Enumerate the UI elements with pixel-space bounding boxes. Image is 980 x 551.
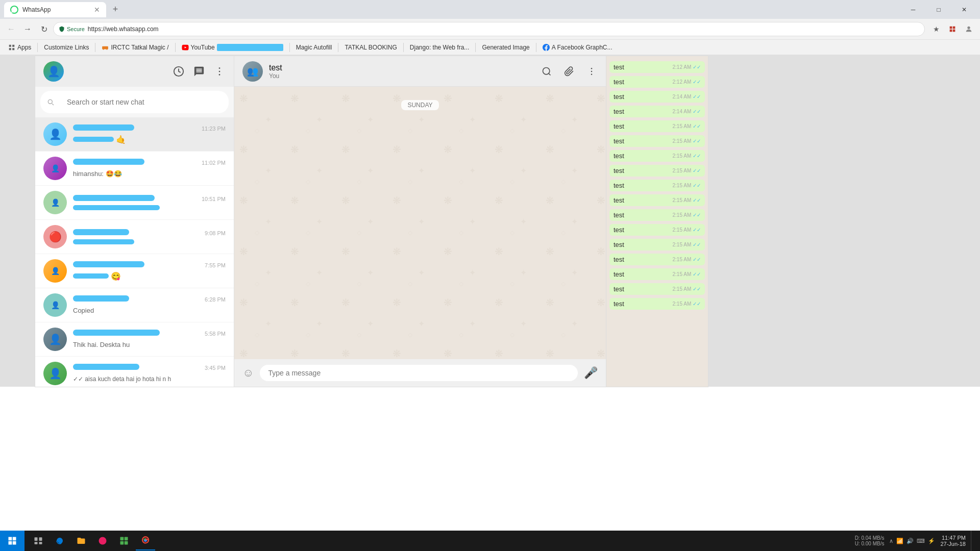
list-item[interactable]: 👤 3:45 PM ✓✓ aisa kuch deta hai jo hota … bbox=[35, 357, 234, 387]
message-bubble: test2:15 AM ✓✓ bbox=[609, 135, 705, 147]
svg-point-11 bbox=[107, 48, 108, 49]
bookmark-magic-autofill[interactable]: Magic Autofill bbox=[292, 42, 336, 53]
close-button[interactable]: ✕ bbox=[952, 0, 976, 19]
message-input[interactable] bbox=[260, 365, 578, 381]
message-bubble: test2:12 AM ✓✓ bbox=[609, 76, 705, 88]
search-input[interactable] bbox=[59, 94, 223, 110]
message-bubble: test2:15 AM ✓✓ bbox=[609, 209, 705, 221]
chat-time: 9:08 PM bbox=[205, 230, 226, 236]
start-button[interactable] bbox=[0, 531, 24, 551]
bookmark-customize[interactable]: Customize Links bbox=[40, 42, 93, 53]
chat-emoji: 🤙 bbox=[116, 135, 126, 144]
user-avatar[interactable]: 👤 bbox=[43, 61, 64, 82]
chat-msg-blur bbox=[73, 137, 114, 142]
up-arrow-icon: ∧ bbox=[889, 538, 893, 544]
address-bar-row: ← → ↻ Secure https://web.whatsapp.com ★ bbox=[0, 19, 980, 39]
list-item[interactable]: 🔴 9:08 PM bbox=[35, 220, 234, 254]
new-tab-button[interactable]: + bbox=[108, 3, 122, 17]
chat-info: 5:58 PM Thik hai. Deskta hu bbox=[73, 330, 226, 349]
message-bubble: test2:15 AM ✓✓ bbox=[609, 224, 705, 236]
chat-search-icon[interactable] bbox=[541, 65, 553, 78]
header-actions bbox=[173, 65, 226, 78]
chat-menu-icon[interactable] bbox=[585, 65, 598, 78]
sidebar: 👤 bbox=[35, 56, 234, 387]
chat-avatar: 🔴 bbox=[43, 225, 67, 248]
bookmark-django[interactable]: Django: the Web fra... bbox=[406, 42, 474, 53]
volume-icon: 🔊 bbox=[906, 538, 914, 544]
sep1 bbox=[37, 43, 38, 52]
whatsapp-app: 👤 bbox=[35, 56, 708, 387]
mic-button[interactable]: 🎤 bbox=[584, 366, 598, 380]
list-item[interactable]: 👤 5:58 PM Thik hai. Deskta hu bbox=[35, 322, 234, 357]
list-item[interactable]: 👤 6:28 PM Copied bbox=[35, 288, 234, 322]
svg-point-16 bbox=[543, 67, 550, 74]
address-text: https://web.whatsapp.com bbox=[88, 26, 159, 33]
svg-rect-6 bbox=[12, 44, 14, 46]
profile-icon[interactable] bbox=[962, 22, 976, 36]
extensions-icon[interactable] bbox=[945, 22, 960, 36]
message-bubble: test2:14 AM ✓✓ bbox=[609, 91, 705, 103]
status-icon[interactable] bbox=[173, 65, 185, 78]
message-bubble: test2:15 AM ✓✓ bbox=[609, 120, 705, 132]
chat-avatar: 👤 bbox=[43, 122, 67, 146]
list-item[interactable]: 👤 11:23 PM 🤙 bbox=[35, 117, 234, 152]
chat-contact-name: test bbox=[269, 63, 541, 72]
bookmark-star[interactable]: ★ bbox=[929, 22, 943, 36]
chat-header: 👥 test You bbox=[234, 56, 606, 87]
day-label: SUNDAY bbox=[242, 100, 598, 110]
back-button[interactable]: ← bbox=[4, 22, 18, 36]
maximize-button[interactable]: □ bbox=[927, 0, 950, 19]
bookmark-tatkal[interactable]: TATKAL BOOKING bbox=[340, 42, 401, 53]
taskbar-item-chrome[interactable] bbox=[136, 531, 155, 550]
forward-button[interactable]: → bbox=[20, 22, 35, 36]
taskbar-item-paint[interactable] bbox=[93, 531, 112, 550]
chat-name-blur bbox=[73, 295, 129, 302]
bookmark-apps[interactable]: Apps bbox=[4, 42, 35, 53]
list-item[interactable]: 👤 11:02 PM himanshu: 🤩😂 bbox=[35, 152, 234, 186]
taskbar-right: D: 0.04 MB/sU: 0.00 MB/s ∧ 📶 🔊 ⌨ ⚡ 11:47… bbox=[855, 531, 980, 551]
show-desktop-button[interactable] bbox=[971, 531, 974, 551]
bookmark-youtube[interactable]: YouTube bbox=[178, 42, 287, 53]
chat-avatar: 👤 bbox=[43, 191, 67, 214]
chat-time: 11:02 PM bbox=[202, 160, 226, 166]
reload-button[interactable]: ↻ bbox=[37, 22, 51, 36]
day-badge: SUNDAY bbox=[401, 100, 438, 110]
chat-time: 10:51 PM bbox=[202, 196, 226, 202]
taskbar-item-edge[interactable] bbox=[50, 531, 69, 550]
chat-header-actions bbox=[541, 65, 598, 78]
tab-close-btn[interactable]: ✕ bbox=[94, 6, 100, 14]
svg-point-14 bbox=[219, 71, 220, 72]
chat-info: 11:02 PM himanshu: 🤩😂 bbox=[73, 159, 226, 178]
taskbar-items bbox=[24, 531, 159, 550]
list-item[interactable]: 👤 10:51 PM bbox=[35, 186, 234, 220]
whatsapp-tab[interactable]: WhatsApp ✕ bbox=[4, 2, 106, 17]
minimize-button[interactable]: ─ bbox=[901, 0, 925, 19]
emoji-button[interactable]: ☺ bbox=[242, 366, 254, 380]
svg-rect-25 bbox=[9, 537, 12, 541]
secure-label: Secure bbox=[67, 26, 85, 32]
svg-rect-35 bbox=[125, 537, 128, 541]
chat-header-avatar: 👥 bbox=[242, 61, 263, 82]
bookmark-facebook[interactable]: A Facebook GraphC... bbox=[538, 42, 617, 53]
tab-title: WhatsApp bbox=[22, 6, 90, 13]
bookmark-generated-image[interactable]: Generated Image bbox=[478, 42, 533, 53]
menu-icon[interactable] bbox=[213, 65, 226, 78]
svg-rect-1 bbox=[953, 27, 955, 29]
list-item[interactable]: 👤 7:55 PM 😋 bbox=[35, 254, 234, 288]
chat-icon[interactable] bbox=[193, 65, 205, 78]
chat-time: 5:58 PM bbox=[205, 331, 226, 337]
svg-rect-26 bbox=[13, 537, 16, 541]
taskbar-item-explorer[interactable] bbox=[71, 531, 91, 550]
attach-icon[interactable] bbox=[563, 65, 575, 78]
taskbar-item-apps[interactable] bbox=[114, 531, 134, 550]
search-input-wrap[interactable] bbox=[40, 91, 229, 113]
svg-rect-7 bbox=[9, 48, 11, 50]
svg-rect-8 bbox=[12, 48, 14, 50]
chat-info: 11:23 PM 🤙 bbox=[73, 124, 226, 144]
chat-input-bar: ☺ 🎤 bbox=[234, 359, 606, 387]
taskbar-item-taskview[interactable] bbox=[29, 531, 48, 550]
address-bar[interactable]: Secure https://web.whatsapp.com bbox=[53, 22, 925, 36]
bookmark-irctc[interactable]: IRCTC Tatkal Magic / bbox=[97, 42, 173, 53]
svg-rect-36 bbox=[120, 541, 124, 545]
message-bubble: test2:15 AM ✓✓ bbox=[609, 283, 705, 295]
